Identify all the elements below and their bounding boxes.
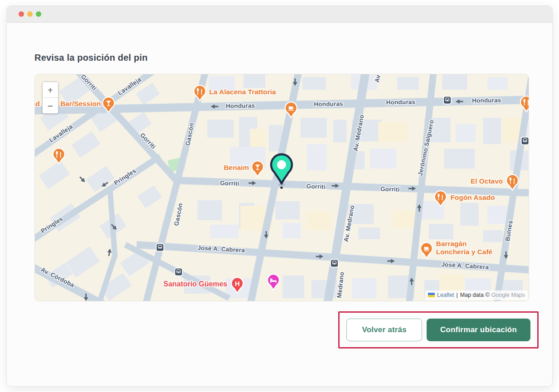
street-label: Honduras (472, 97, 501, 104)
minimize-window-icon[interactable] (27, 11, 33, 17)
maximize-window-icon[interactable] (36, 11, 41, 17)
poi-label: Lonchería y Café (436, 248, 493, 256)
ukraine-flag-icon (428, 293, 435, 297)
street-label: Honduras (386, 98, 416, 106)
zoom-in-button[interactable]: + (43, 82, 58, 97)
transit-stop-icon (175, 268, 182, 276)
street-label: Honduras (226, 102, 255, 109)
poi-label: El Octavo (471, 177, 503, 185)
transit-stop-icon (331, 260, 338, 267)
app-window: Revisa la posición del pin GorritiLavall… (6, 5, 553, 387)
poi-label: Fogón Asado (451, 194, 495, 201)
poi-label: La Alacena Trattoria (209, 88, 276, 96)
map-data-text: Map data © (460, 292, 490, 298)
street-label: Gorriti (306, 183, 326, 190)
window-content: Revisa la posición del pin GorritiLavall… (7, 53, 552, 348)
street-label: Av (374, 74, 382, 83)
map-zoom-control: + − (42, 82, 58, 114)
poi-label: Bar/Session (60, 100, 101, 107)
annotation-highlight-box: Volver atrás Confirmar ubicación (338, 311, 539, 348)
map[interactable]: GorritiLavallejaLavallejaGorritiPringles… (34, 74, 529, 301)
street-label: Gorriti (380, 185, 400, 193)
map-attribution: Leaflet | Map data © Google Maps (425, 290, 528, 300)
back-button[interactable]: Volver atrás (346, 319, 422, 341)
confirm-button[interactable]: Confirmar ubicación (427, 319, 530, 341)
window-titlebar (7, 6, 552, 23)
google-maps-link[interactable]: Google Maps (491, 292, 525, 298)
street-label: Honduras (314, 100, 343, 107)
actions-row: Volver atrás Confirmar ubicación (34, 311, 529, 348)
svg-text:H: H (235, 280, 240, 287)
transit-stop-icon (156, 244, 164, 252)
transit-stop-icon (443, 97, 451, 104)
page: Revisa la posición del pin GorritiLavall… (0, 0, 559, 392)
poi-label: Sanatorio Güemes (164, 280, 228, 288)
page-title: Revisa la posición del pin (34, 53, 529, 63)
leaflet-link[interactable]: Leaflet (437, 292, 454, 298)
zoom-out-button[interactable]: − (43, 98, 58, 113)
street-label: Gorriti (220, 179, 239, 187)
poi-label: Benaim (224, 164, 249, 171)
poi-label: Barragán (436, 240, 467, 247)
transit-stop-icon (521, 137, 529, 145)
pin-anchor-dot (280, 186, 282, 189)
poi-label: ad (35, 100, 40, 107)
attribution-separator: | (457, 292, 458, 298)
map-canvas[interactable]: GorritiLavallejaLavallejaGorritiPringles… (35, 74, 529, 301)
close-window-icon[interactable] (19, 11, 24, 17)
